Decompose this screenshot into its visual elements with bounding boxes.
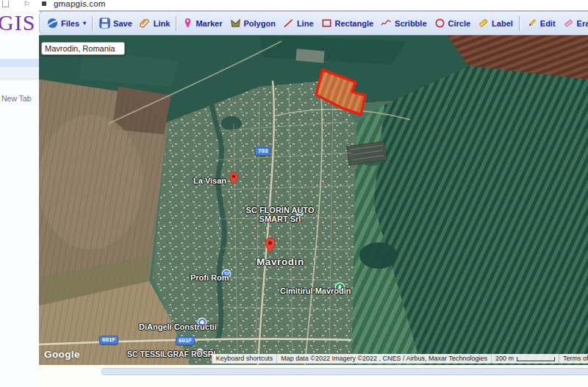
paperclip-icon <box>140 18 151 29</box>
site-icon <box>42 1 46 6</box>
road-badge-601f: 601F <box>176 336 195 345</box>
eraser-icon <box>563 18 574 29</box>
sidebar-item[interactable] <box>0 68 39 78</box>
edit-button[interactable]: Edit <box>523 14 559 33</box>
eraser-label: Eraser <box>577 19 588 28</box>
map-canvas[interactable]: La Visan SC FLORIN AUTO SMART Srl Mavrod… <box>39 35 588 365</box>
mavrodin-pin-icon[interactable] <box>264 237 276 253</box>
keyboard-shortcuts-link[interactable]: Keyboard shortcuts <box>212 354 277 364</box>
label-tessilgraf: SC TESSILGRAF ROSRL <box>127 350 218 358</box>
label-button[interactable]: Label <box>474 14 517 33</box>
marker-button[interactable]: Marker <box>179 14 226 33</box>
eraser-button[interactable]: Eraser <box>559 14 588 33</box>
circle-icon <box>434 18 445 29</box>
files-button[interactable]: Files ▾ <box>43 14 90 33</box>
pencil-icon <box>526 18 537 29</box>
toolbar-separator <box>176 16 177 31</box>
label-town-mavrodin: Mavrodin <box>257 256 304 267</box>
label-florin-line2: SMART Srl <box>239 215 321 224</box>
save-button[interactable]: Save <box>96 14 136 33</box>
label-profi-rom: Profi Rom <box>190 273 229 282</box>
marker-icon <box>183 18 193 29</box>
line-label: Line <box>297 19 314 28</box>
scribble-button[interactable]: Scribble <box>377 14 430 33</box>
scale-control: 200 m <box>491 354 559 364</box>
scale-bar <box>517 357 555 361</box>
rectangle-icon <box>321 18 332 29</box>
map-attribution-bar: Keyboard shortcuts Map data ©2022 Imager… <box>212 354 588 364</box>
label-florin-line1: SC FLORIN AUTO <box>239 206 321 215</box>
link-label: Link <box>154 19 171 28</box>
files-label: Files <box>61 19 79 28</box>
sidebar-divider <box>0 79 39 79</box>
left-sidebar: GIS New Tab <box>0 10 39 387</box>
line-icon <box>283 18 294 29</box>
new-tab-link[interactable]: New Tab <box>1 94 32 103</box>
rectangle-label: Rectangle <box>335 19 374 28</box>
toolbar-separator <box>92 16 93 31</box>
road-badge-601f: 601F <box>99 336 118 344</box>
polygon-button[interactable]: Polygon <box>226 14 279 33</box>
map-search-input[interactable] <box>41 42 125 55</box>
line-button[interactable]: Line <box>279 14 318 33</box>
browser-partial-icon <box>2 1 9 7</box>
la-visan-pin-icon[interactable] <box>229 172 239 185</box>
label-diangeli: DiAngeli Constructii <box>139 322 217 331</box>
scale-text: 200 m <box>495 354 514 364</box>
label-la-visan: La Visan <box>193 176 226 185</box>
scribble-label: Scribble <box>395 19 426 28</box>
horizontal-scrollbar[interactable] <box>101 368 588 375</box>
files-dropdown-caret[interactable]: ▾ <box>83 20 86 26</box>
site-logo: GIS <box>0 10 35 35</box>
rectangle-button[interactable]: Rectangle <box>318 14 378 33</box>
google-logo[interactable]: Google <box>44 349 80 360</box>
scribble-icon <box>381 18 392 29</box>
url-text[interactable]: gmapgis.com <box>54 0 106 8</box>
marker-label: Marker <box>196 19 222 28</box>
tag-icon <box>478 18 489 29</box>
drawing-toolbar: Files ▾ Save Link Marker Polygon <box>39 11 588 35</box>
road-badge-703: 703 <box>255 147 270 156</box>
terms-of-use-link[interactable]: Terms of Use <box>559 354 588 364</box>
edit-label: Edit <box>540 19 556 28</box>
label-label: Label <box>492 19 513 28</box>
floppy-icon <box>99 18 110 29</box>
save-label: Save <box>113 19 132 28</box>
satellite-imagery <box>39 35 588 365</box>
sidebar-item[interactable] <box>0 59 39 68</box>
circle-label: Circle <box>448 19 471 28</box>
earth-icon <box>47 18 58 29</box>
link-button[interactable]: Link <box>136 14 174 33</box>
circle-button[interactable]: Circle <box>431 14 475 33</box>
map-data-credits: Map data ©2022 Imagery ©2022 , CNES / Ai… <box>276 354 491 364</box>
browser-address-bar[interactable]: ⚐ gmapgis.com <box>0 0 588 12</box>
bookmark-icon[interactable]: ⚐ <box>24 0 30 8</box>
toolbar-separator <box>519 16 520 31</box>
polygon-label: Polygon <box>244 19 276 28</box>
label-cemetery: Cimitirul Mavrodin <box>280 286 351 295</box>
polygon-icon <box>230 18 241 29</box>
label-florin-auto: SC FLORIN AUTO SMART Srl <box>239 206 321 223</box>
